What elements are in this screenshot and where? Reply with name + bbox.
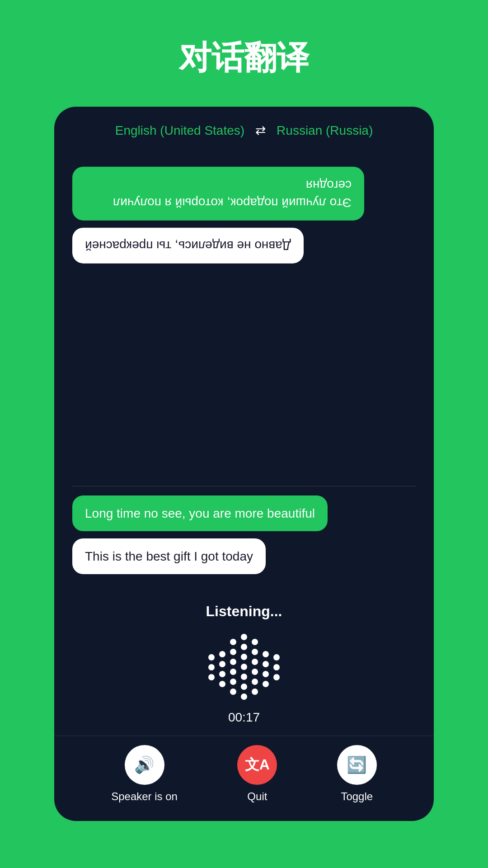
waveform-col-2 <box>219 646 225 687</box>
waveform-col-4 <box>241 633 247 701</box>
swap-icon[interactable]: ⇄ <box>255 123 266 138</box>
speaker-button[interactable]: 🔊 Speaker is on <box>111 745 178 803</box>
waveform-col-1 <box>208 653 215 680</box>
toggle-circle: 🔄 <box>337 745 377 785</box>
chat-area: Давно не виделись, ты прекрасней Это луч… <box>54 149 434 594</box>
waveform-col-7 <box>273 653 280 680</box>
bottom-controls: 🔊 Speaker is on 文A Quit 🔄 Toggle <box>54 736 434 821</box>
toggle-label: Toggle <box>341 790 373 803</box>
translate-icon: 文A <box>245 755 270 775</box>
phone-card: English (United States) ⇄ Russian (Russi… <box>54 107 434 821</box>
listening-label: Listening... <box>206 603 282 620</box>
timer: 00:17 <box>228 710 260 725</box>
waveform-col-3 <box>230 637 236 696</box>
speaker-icon: 🔊 <box>134 755 155 774</box>
quit-button[interactable]: 文A Quit <box>237 745 277 803</box>
source-language[interactable]: English (United States) <box>115 123 244 138</box>
speaker-label: Speaker is on <box>111 790 178 803</box>
lower-section: Long time no see, you are more beautiful… <box>72 495 416 585</box>
toggle-icon: 🔄 <box>347 755 367 774</box>
language-bar: English (United States) ⇄ Russian (Russi… <box>54 107 434 149</box>
quit-circle: 文A <box>237 745 277 785</box>
russian-bubble-green: Это лучший подарок, который я получил се… <box>72 167 364 220</box>
toggle-button[interactable]: 🔄 Toggle <box>337 745 377 803</box>
waveform-col-6 <box>263 646 269 687</box>
listening-section: Listening... <box>54 594 434 736</box>
page-title: 对话翻译 <box>179 36 309 80</box>
speaker-circle: 🔊 <box>125 745 164 785</box>
waveform-col-5 <box>252 637 258 696</box>
english-bubble-white: This is the best gift I got today <box>72 538 266 574</box>
target-language[interactable]: Russian (Russia) <box>277 123 373 138</box>
waveform <box>208 631 280 703</box>
section-divider <box>72 486 416 486</box>
russian-bubble-white: Давно не виделись, ты прекрасней <box>72 227 304 263</box>
quit-label: Quit <box>247 790 267 803</box>
english-bubble-green: Long time no see, you are more beautiful <box>72 495 328 531</box>
upper-section: Давно не виделись, ты прекрасней Это луч… <box>72 158 416 486</box>
